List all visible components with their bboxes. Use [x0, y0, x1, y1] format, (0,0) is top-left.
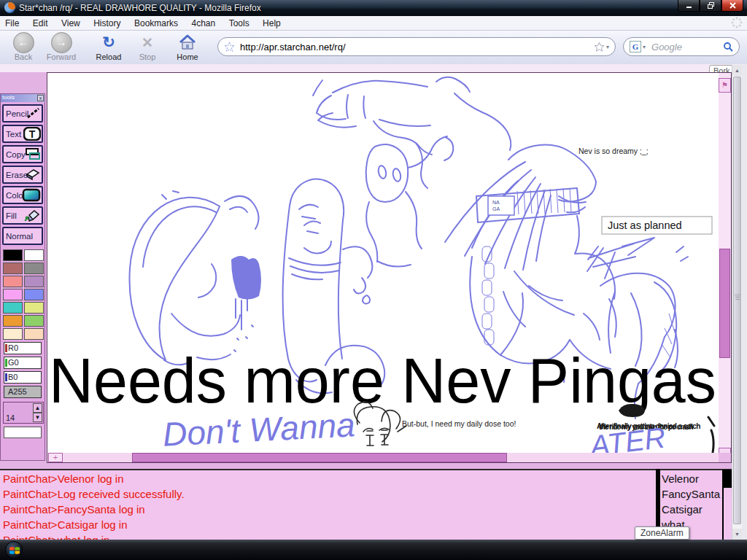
vertical-scroll-thumb[interactable] — [719, 249, 730, 358]
thumb-grip — [735, 295, 740, 295]
userlist-scroll-thumb[interactable] — [722, 470, 732, 488]
color-swatch[interactable] — [3, 249, 23, 261]
scrollbar-corner — [719, 453, 731, 462]
svg-text:T: T — [29, 128, 36, 140]
bookmark-star-icon[interactable] — [594, 42, 605, 52]
doodle-black-stroke — [708, 417, 714, 453]
windows-logo-icon — [9, 545, 20, 556]
canvas-drawing: NA GA — [47, 73, 719, 453]
restore-button[interactable] — [700, 0, 721, 12]
color-swatch[interactable] — [24, 262, 44, 274]
minimize-button[interactable] — [678, 0, 700, 12]
eraser-icon — [23, 168, 41, 184]
user-list-item: Velenor — [662, 472, 699, 485]
search-box[interactable]: G ▾ Google — [623, 37, 740, 56]
menu-edit[interactable]: Edit — [28, 17, 53, 28]
close-button[interactable] — [721, 0, 743, 12]
tools-close-icon[interactable]: x — [37, 95, 44, 101]
stop-button[interactable]: ✕ Stop — [133, 32, 162, 61]
text-icon: T — [23, 127, 41, 144]
chat-line: PaintChat>what log in — [3, 534, 109, 540]
back-button[interactable]: ← Back — [7, 32, 39, 61]
color-icon — [22, 188, 41, 205]
menu-view[interactable]: View — [56, 17, 85, 28]
doodle-visor-label-box — [488, 196, 514, 215]
canvas-horizontal-scrollbar[interactable]: + — [47, 453, 719, 462]
color-swatch[interactable] — [3, 262, 23, 274]
later-caption: ,ATER — [580, 421, 667, 453]
chat-line: PaintChat>Log received successfully. — [3, 488, 185, 500]
taskbar: 4chan - Mozilla Firef... cZ Blank___ on … — [0, 540, 747, 560]
tool-erase[interactable]: Erase — [2, 166, 43, 184]
search-placeholder[interactable]: Google — [651, 42, 723, 52]
reload-button[interactable]: ↻ Reload — [90, 32, 127, 61]
search-engine-dropdown[interactable]: ▾ — [643, 44, 646, 50]
pencil-icon — [26, 106, 41, 122]
color-swatch[interactable] — [3, 302, 23, 314]
color-swatch-grid — [3, 249, 43, 340]
flag-button[interactable]: ⚑ — [719, 78, 731, 93]
url-text[interactable]: http://apr.starchan.net/rq/ — [240, 42, 594, 52]
color-swatch[interactable] — [24, 315, 44, 327]
brush-size-box[interactable]: 14 ▲ ▼ — [3, 402, 44, 424]
start-button[interactable] — [5, 541, 23, 559]
page-top-strip — [0, 64, 747, 72]
google-engine-icon[interactable]: G — [630, 41, 641, 52]
tool-copy[interactable]: Copy — [2, 145, 43, 163]
horizontal-scroll-thumb[interactable] — [132, 453, 507, 462]
home-button[interactable]: Home — [171, 32, 204, 61]
brush-size-value: 14 — [6, 413, 15, 422]
menu-bar: File Edit View History Bookmarks 4chan T… — [0, 16, 747, 31]
scroll-up-icon[interactable]: ▲ — [732, 65, 742, 76]
search-icon[interactable] — [723, 42, 733, 52]
blue-value-field[interactable]: B0 — [4, 371, 42, 384]
color-swatch[interactable] — [24, 328, 44, 340]
tools-palette-titlebar[interactable]: tools x — [1, 94, 44, 102]
red-value-field[interactable]: R0 — [4, 342, 42, 354]
color-swatch[interactable] — [3, 315, 23, 327]
menu-4chan[interactable]: 4chan — [186, 17, 220, 28]
big-caption: Needs more Nev Pingas — [49, 344, 716, 416]
current-color-preview — [4, 427, 42, 438]
chat-line: PaintChat>Catsigar log in — [3, 518, 128, 531]
color-swatch[interactable] — [3, 276, 23, 287]
color-swatch[interactable] — [24, 289, 44, 300]
color-swatch[interactable] — [24, 302, 44, 314]
drawing-canvas[interactable]: NA GA — [47, 73, 719, 453]
color-swatch[interactable] — [3, 289, 23, 300]
browser-scroll-thumb[interactable] — [733, 77, 741, 524]
tool-normal-mode[interactable]: Normal — [2, 227, 43, 245]
forward-button[interactable]: → Forward — [42, 32, 80, 61]
menu-history[interactable]: History — [88, 17, 125, 28]
size-down-icon[interactable]: ▼ — [33, 413, 42, 422]
back-icon: ← — [13, 32, 34, 53]
stop-icon: ✕ — [142, 34, 153, 51]
color-swatch[interactable] — [24, 276, 44, 287]
tool-pencil[interactable]: Pencil — [2, 104, 43, 122]
menu-help[interactable]: Help — [258, 17, 286, 28]
window-titlebar[interactable]: Star*chan /rq/ - REAL DRAWHORE QUALITY -… — [0, 0, 747, 16]
color-swatch[interactable] — [24, 249, 44, 261]
menu-tools[interactable]: Tools — [224, 17, 255, 28]
reload-icon: ↻ — [102, 34, 115, 51]
user-list-item: FancySanta — [662, 488, 720, 500]
url-bar[interactable]: http://apr.starchan.net/rq/ ▾ — [217, 37, 616, 56]
menu-bookmarks[interactable]: Bookmarks — [129, 17, 183, 28]
navigation-toolbar: ← Back → Forward ▾ ↻ Reload ✕ Stop Home … — [0, 31, 747, 65]
tool-color[interactable]: Color — [2, 186, 43, 204]
tool-text[interactable]: Text T — [2, 125, 43, 143]
site-bookmark-icon — [224, 42, 235, 52]
menu-file[interactable]: File — [0, 17, 24, 28]
browser-scrollbar[interactable]: ▲ ▼ — [732, 65, 742, 540]
tool-fill[interactable]: Fill — [2, 206, 43, 225]
zonealarm-tooltip: ZoneAlarm — [635, 526, 689, 540]
canvas-vertical-scrollbar[interactable]: ⚑ — [719, 73, 731, 462]
scroll-down-icon[interactable]: ▼ — [732, 529, 742, 540]
alpha-value-field[interactable]: A255 — [4, 386, 42, 398]
size-up-icon[interactable]: ▲ — [33, 403, 42, 413]
zoom-plus-button[interactable]: + — [48, 453, 63, 462]
color-swatch[interactable] — [3, 328, 23, 340]
green-value-field[interactable]: G0 — [4, 357, 42, 369]
restore-icon — [708, 2, 714, 9]
url-dropdown-icon[interactable]: ▾ — [606, 44, 609, 50]
